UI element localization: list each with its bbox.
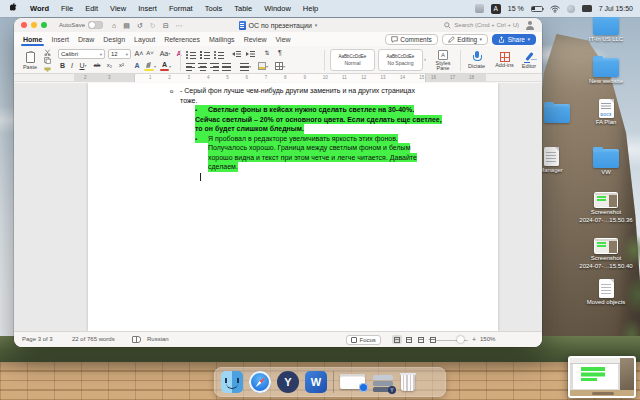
tab-mailings[interactable]: Mailings (209, 36, 235, 43)
menu-app-name[interactable]: Word (30, 4, 49, 13)
proofing-icon[interactable] (132, 336, 141, 343)
zoom-in-button[interactable]: + (472, 336, 476, 343)
screenshot-preview[interactable] (568, 356, 636, 398)
battery-icon[interactable] (531, 6, 543, 12)
font-size-select[interactable]: 12▾ (108, 49, 131, 59)
desktop-icon-it-in-us-llc[interactable]: IT-in US LLC (578, 16, 634, 43)
tab-home[interactable]: Home (23, 36, 42, 43)
undo-icon[interactable]: ↺ (137, 22, 143, 29)
ruler[interactable]: 23 123456789101112131415 161718 (14, 74, 542, 82)
document-line[interactable]: ▪Светлые фоны в кейсах нужно сделать све… (195, 105, 414, 115)
dictate-button[interactable]: Dictate (464, 49, 489, 72)
align-left-button[interactable] (186, 62, 195, 70)
search-field[interactable]: Search (Cmd + Ctrl + U) (444, 22, 519, 29)
decrease-indent-button[interactable] (232, 50, 241, 58)
apple-menu[interactable] (10, 3, 18, 14)
superscript-button[interactable]: x² (116, 62, 127, 68)
save-icon[interactable]: ▤ (123, 22, 130, 29)
highlight-button[interactable]: ▾ (144, 62, 156, 71)
tab-review[interactable]: Review (244, 36, 267, 43)
grow-font-button[interactable]: A˄ (134, 50, 144, 57)
menu-item-edit[interactable]: Edit (85, 4, 98, 13)
tab-layout[interactable]: Layout (134, 36, 155, 43)
shading-button[interactable]: ▾ (258, 62, 268, 70)
editor-button[interactable]: Editor (518, 49, 540, 72)
autosave-control[interactable]: AutoSave (59, 21, 103, 29)
print-icon[interactable]: ⊟ (163, 22, 169, 29)
dock-item-word[interactable]: W (305, 371, 327, 393)
desktop-icon-screenshot[interactable]: Screenshot2024-07-…15.50.36 (578, 192, 634, 224)
copy-button[interactable] (44, 57, 51, 64)
style-card-no-spacing[interactable]: AaBbCcDdEeNo Spacing (378, 49, 423, 71)
increase-indent-button[interactable] (246, 50, 255, 58)
cut-button[interactable] (44, 49, 51, 56)
paste-button[interactable]: Paste (19, 49, 41, 72)
comments-button[interactable]: Comments (385, 34, 438, 45)
shrink-font-button[interactable]: A˅ (145, 50, 155, 56)
menu-item-file[interactable]: File (61, 4, 73, 13)
tab-insert[interactable]: Insert (51, 36, 69, 43)
subscript-button[interactable]: x₂ (104, 62, 115, 68)
font-color-button[interactable]: A▾ (160, 61, 171, 71)
numbered-list-button[interactable] (200, 50, 210, 58)
word-count[interactable]: 22 of 765 words (72, 336, 115, 342)
document-line[interactable]: o- Серый фон лучше чем-нибудь другим зам… (170, 86, 415, 96)
share-button[interactable]: Share ▾ (492, 34, 536, 45)
align-right-button[interactable] (210, 62, 219, 70)
menu-item-window[interactable]: Window (264, 4, 291, 13)
language-indicator[interactable]: Russian (147, 336, 169, 342)
desktop-icon-fa-plan[interactable]: DOCXFA Plan (578, 99, 634, 126)
zoom-out-button[interactable]: − (428, 336, 432, 343)
menu-extra-icon[interactable] (475, 4, 484, 13)
zoom-level[interactable]: 150% (480, 336, 495, 342)
borders-button[interactable]: ▾ (275, 62, 285, 70)
justify-button[interactable] (222, 62, 231, 70)
dock-item-finder[interactable] (221, 371, 243, 393)
page-indicator[interactable]: Page 3 of 3 (22, 336, 53, 342)
input-source-icon[interactable]: A (491, 4, 501, 14)
menu-item-help[interactable]: Help (303, 4, 318, 13)
document-line[interactable]: тоже. (180, 96, 197, 106)
menubar-clock[interactable]: 7 Jul 15:50 (599, 5, 633, 12)
style-card-normal[interactable]: AaBbCcDdEeNormal (330, 49, 375, 71)
text-effects-button[interactable]: A (132, 62, 142, 69)
bold-button[interactable]: B (58, 62, 67, 69)
zoom-button[interactable] (41, 22, 47, 28)
multilevel-list-button[interactable] (214, 50, 224, 58)
menu-item-table[interactable]: Table (234, 4, 252, 13)
document-line[interactable]: Получалось хорошо. Граница между светлым… (208, 143, 410, 153)
keyboard-icon[interactable] (582, 5, 592, 12)
underline-button[interactable]: U▾ (77, 62, 89, 69)
dock-item-window[interactable] (340, 371, 366, 393)
styles-pane-button[interactable]: A Styles Pane (430, 49, 456, 72)
font-name-select[interactable]: Calibri▾ (58, 49, 105, 59)
bullet-list-button[interactable] (186, 50, 196, 58)
minimize-button[interactable] (31, 22, 37, 28)
desktop-icon-vw[interactable]: VW (578, 149, 634, 176)
menu-item-insert[interactable]: Insert (138, 4, 157, 13)
dock-item-yandex[interactable]: Y (277, 371, 299, 393)
focus-button[interactable]: Focus (346, 335, 381, 345)
editing-button[interactable]: Editing ▾ (442, 34, 488, 45)
desktop-icon-new-website[interactable]: New website (578, 58, 634, 85)
tab-references[interactable]: References (164, 36, 200, 43)
autosave-toggle[interactable] (88, 21, 103, 29)
print-layout-view-button[interactable] (392, 335, 402, 344)
close-button[interactable] (21, 22, 27, 28)
menu-item-tools[interactable]: Tools (205, 4, 223, 13)
web-layout-view-button[interactable] (404, 335, 414, 344)
home-icon[interactable]: ⌂ (112, 22, 116, 29)
document-line[interactable]: Сейчас светлый – 20% от основного цвета.… (195, 115, 442, 125)
document-line[interactable]: ▪Я пробовал в редакторе увеличивать ярко… (195, 134, 398, 144)
tab-draw[interactable]: Draw (78, 36, 94, 43)
wifi-icon[interactable] (550, 5, 560, 13)
italic-button[interactable]: I (68, 62, 76, 69)
redo-icon[interactable]: ↻ (150, 22, 156, 29)
menu-item-view[interactable]: View (110, 4, 126, 13)
dock-item-cards[interactable] (372, 371, 394, 393)
show-paragraph-button[interactable]: ¶ (275, 49, 285, 56)
siri-icon[interactable] (567, 5, 575, 13)
dock-item-trash[interactable] (400, 371, 416, 393)
document-line[interactable]: сделаем. (208, 162, 238, 172)
change-case-button[interactable]: Aa▾ (158, 50, 172, 57)
